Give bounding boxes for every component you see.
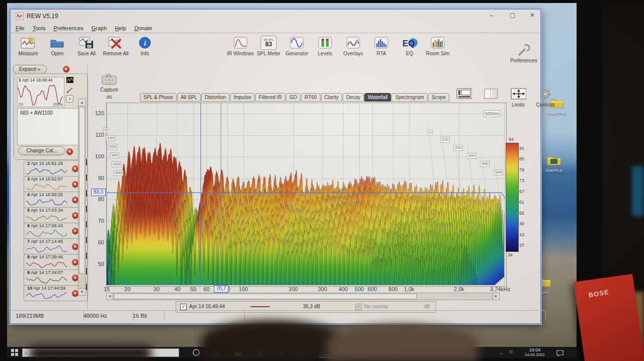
measurement-item-title: 6 Apr 14 17:06:43: [27, 223, 63, 228]
toolbar-button-measure[interactable]: Measure: [15, 36, 42, 56]
maximize-button[interactable]: ▢: [510, 12, 515, 19]
tray-up-icon[interactable]: ︿: [499, 350, 504, 356]
rew-taskbar-icon[interactable]: REW: [319, 348, 332, 358]
toolbar-button-info[interactable]: iInfo: [131, 36, 158, 56]
time-tick-left: 0: [103, 127, 108, 133]
saveall-icon: [78, 36, 95, 50]
controls-icon: [537, 87, 553, 101]
desktop-icon-label: DAAPPLE: [542, 111, 572, 116]
menu-item-tools[interactable]: Tools: [33, 25, 46, 31]
store-icon[interactable]: [277, 348, 285, 356]
toolbar-button-saveall[interactable]: Save All: [73, 36, 100, 56]
capture-button[interactable]: Capture dB: [97, 74, 122, 100]
x-tick-label: 40: [174, 286, 180, 292]
scroll-up-icon[interactable]: ▲: [78, 99, 86, 106]
expand-button[interactable]: Expand »: [13, 65, 47, 74]
svg-text:EQ: EQ: [403, 39, 415, 48]
close-button[interactable]: ✕: [530, 12, 535, 19]
toolbar-button-open[interactable]: Open: [44, 36, 71, 56]
colorbar-tick-label: 37: [519, 243, 524, 248]
scrollbars-icon: [456, 87, 472, 101]
limits-icon: [510, 87, 526, 101]
toolbar-button-irwindows[interactable]: IR Windows: [227, 36, 254, 56]
tab-impulse[interactable]: Impulse: [230, 93, 255, 102]
menu-item-donate[interactable]: Donate: [134, 25, 152, 31]
measurement-item-title: 3 Apr 14 16:52:57: [27, 176, 63, 182]
tray-usb-icon[interactable]: ⚿: [509, 349, 513, 355]
overlay-checkbox[interactable]: ✓: [355, 304, 362, 310]
title-bar[interactable]: REW V5,19 – ▢ ✕: [11, 10, 540, 23]
graph-button-controls[interactable]: Controls: [532, 87, 558, 108]
tab-clarity[interactable]: Clarity: [321, 93, 342, 102]
menu-item-help[interactable]: Help: [115, 25, 126, 31]
tab-scope[interactable]: Scope: [428, 93, 449, 102]
taskbar-search[interactable]: ⌕: [22, 348, 179, 357]
minimize-button[interactable]: –: [490, 12, 493, 19]
scrollbar-thumb[interactable]: [79, 107, 85, 274]
tab-decay[interactable]: Decay: [343, 93, 364, 102]
tab-spl-phase[interactable]: SPL & Phase: [140, 93, 177, 102]
edge-icon[interactable]: [256, 348, 264, 356]
tab-all-spl[interactable]: All SPL: [177, 93, 201, 102]
tab-waterfall[interactable]: Waterfall: [364, 93, 391, 102]
colorbar-tick-label: 43: [519, 232, 524, 237]
status-bar: 189/219MB48000 Hz16 Bit: [11, 310, 540, 321]
pencil-icon[interactable]: [66, 86, 73, 95]
menu-item-preferences[interactable]: Preferences: [53, 25, 83, 31]
tab-rt60[interactable]: RT60: [301, 93, 320, 102]
explorer-icon[interactable]: [234, 348, 243, 356]
bezel-bottom: [0, 358, 644, 361]
rew-window: REW V5,19 – ▢ ✕ FileToolsPreferencesGrap…: [10, 9, 541, 324]
change-cal-button[interactable]: Change Cal...: [18, 146, 65, 155]
scroll-left-icon[interactable]: ◄: [107, 293, 113, 300]
spl-meter-db: 83: [265, 41, 272, 47]
start-button[interactable]: [11, 349, 18, 358]
trace-checkbox[interactable]: ✓: [180, 304, 187, 310]
desktop-icon-2[interactable]: 00APPLE: [539, 154, 569, 173]
search-input[interactable]: [30, 349, 168, 356]
remove-cal-icon[interactable]: ✕: [66, 148, 73, 155]
menu-item-file[interactable]: File: [16, 25, 25, 31]
mail-icon[interactable]: [298, 348, 306, 356]
scroll-right-icon[interactable]: ►: [493, 293, 499, 300]
taskview-icon[interactable]: [213, 348, 221, 356]
measurement-item-title: 9 Apr 14 17:44:07: [27, 270, 63, 275]
wrench-icon: [516, 43, 532, 57]
toolbar-button-levels[interactable]: Levels: [311, 36, 339, 56]
colorbar-tick-label: 55: [519, 211, 524, 216]
tab-filtered-ir[interactable]: Filtered IR: [255, 93, 285, 102]
notification-icon[interactable]: [556, 349, 564, 358]
notes-box[interactable]: 683 + AW1100: [17, 108, 85, 145]
remove-measurement-icon[interactable]: ✕: [63, 66, 69, 72]
sidebar-scrollbar[interactable]: ▲ ▼: [78, 99, 86, 296]
toolbar-button-overlays[interactable]: Overlays: [340, 36, 367, 56]
legend-unit: dB: [424, 304, 430, 309]
y-tick-label: 100: [91, 153, 104, 159]
waterfall-plot[interactable]: [107, 103, 505, 285]
plot-h-scrollbar[interactable]: ◄ ►: [106, 293, 500, 300]
tab-spectrogram[interactable]: Spectrogram: [391, 93, 427, 102]
rw-file-icon[interactable]: ≣: [66, 95, 73, 103]
x-tick-label: 400: [339, 286, 348, 292]
colorbar-tick-label: 61: [519, 200, 524, 205]
graph-button-limits[interactable]: Limits: [505, 87, 531, 108]
taskbar-clock[interactable]: 19:04 14.04.2021: [521, 347, 548, 357]
splmeter-icon: dB SPL83: [261, 36, 277, 50]
x-tick-label: 500: [355, 286, 364, 292]
h-scrollbar-thumb[interactable]: [114, 294, 417, 299]
toolbar-button-rta[interactable]: RTA: [368, 36, 395, 56]
tab-gd[interactable]: GD: [286, 93, 300, 102]
info-icon: i: [137, 36, 153, 50]
scroll-down-icon[interactable]: ▼: [78, 288, 86, 295]
toolbar-button-removeall[interactable]: Remove All: [102, 36, 129, 56]
preferences-button[interactable]: Preferences: [508, 43, 540, 63]
toolbar-button-splmeter[interactable]: dB SPL83SPL Meter: [255, 36, 282, 56]
toolbar-button-roomsim[interactable]: Room Sim: [424, 36, 451, 56]
cortana-icon[interactable]: [192, 348, 200, 356]
menu-item-graph[interactable]: Graph: [92, 25, 107, 31]
measurement-card[interactable]: 1 Apr 14 16:49:44 20 20,0k ≣ 683 + AW110…: [14, 73, 88, 160]
tab-distortion[interactable]: Distortion: [201, 93, 229, 102]
toolbar-button-generator[interactable]: Generator: [283, 36, 310, 56]
toolbar-button-eq[interactable]: EQEQ: [396, 36, 423, 56]
spectrum-mini-icon[interactable]: [66, 76, 73, 85]
